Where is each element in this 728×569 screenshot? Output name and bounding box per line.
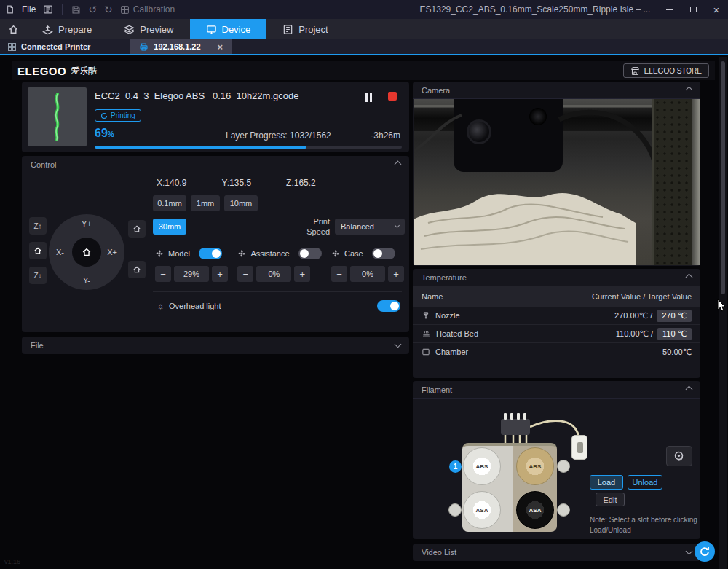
chamber-label: Chamber [435,348,468,356]
file-panel-header[interactable]: File [22,337,409,354]
home-icon [132,265,141,274]
tab-device[interactable]: Device [190,19,267,39]
step-0.1mm-button[interactable]: 0.1mm [153,195,186,211]
edit-button[interactable]: Edit [596,493,625,506]
tab-prepare[interactable]: Prepare [26,19,108,39]
maximize-button[interactable] [681,0,705,19]
time-remaining: -3h26m [371,130,400,141]
nozzle-target-input[interactable]: 270 ℃ [657,310,692,322]
filament-slot-2[interactable]: ABS [516,447,554,485]
filament-slot-4[interactable]: ASA [516,491,554,529]
model-fan-minus-button[interactable]: − [155,266,171,282]
app-version: v1.16 [4,558,20,565]
device-icon [206,24,217,35]
z-position: Z:165.2 [286,178,316,188]
print-speed-label: Print Speed [295,217,330,238]
step-1mm-button[interactable]: 1mm [191,195,220,211]
load-button[interactable]: Load [590,475,623,490]
bed-target-input[interactable]: 110 ℃ [657,328,692,340]
case-fan-toggle[interactable] [372,248,395,259]
undo-icon[interactable]: ↺ [88,4,97,15]
titlebar: File ↺ ↻ Calibration ES1329_CC2_ABS_0.16… [0,0,728,19]
temperature-panel-header[interactable]: Temperature [413,269,700,286]
overhead-light-toggle[interactable] [377,300,400,312]
scrollbar-thumb[interactable] [721,61,725,294]
prepare-icon [42,24,53,35]
refresh-float-button[interactable] [695,541,715,562]
jog-z-up-button[interactable]: Z↑ [29,217,47,235]
model-fan-value[interactable]: 29% [174,266,209,282]
control-panel-header[interactable]: Control [22,156,409,173]
home-top-button[interactable] [128,220,146,238]
connected-printer-label: Connected Printer [0,39,98,54]
collapse-icon [395,161,402,168]
assistance-fan-minus-button[interactable]: − [237,266,253,282]
aux-home-column [128,220,146,278]
home-nav-button[interactable] [0,19,26,39]
perforated-panel [652,99,692,265]
video-list-header[interactable]: Video List [413,544,700,561]
case-fan-value[interactable]: 0% [350,266,385,282]
case-fan-plus-button[interactable]: + [388,266,404,282]
assistance-fan-toggle[interactable] [298,248,322,259]
position-readout: X:140.9 Y:135.5 Z:165.2 [157,178,397,188]
printer-tab[interactable]: 192.168.1.22 × [130,39,232,54]
expand-icon [686,547,693,554]
home-bottom-button[interactable] [128,261,146,278]
print-speed-select[interactable]: Balanced [335,219,405,235]
step-30mm-button[interactable]: 30mm [153,219,186,235]
tab-project-label: Project [298,24,328,35]
close-printer-tab-icon[interactable]: × [218,42,223,52]
spool-refresh-icon [673,450,685,462]
filament-slot-1[interactable]: ABS [463,447,501,485]
tab-project[interactable]: Project [266,19,344,39]
model-fan-plus-button[interactable]: + [212,266,228,282]
save-icon[interactable] [71,5,81,15]
jog-y-plus-button[interactable]: Y+ [82,219,92,228]
camera-panel-header[interactable]: Camera [413,82,700,99]
file-menu[interactable]: File [22,4,36,15]
home-icon [132,224,141,233]
jog-y-minus-button[interactable]: Y- [83,276,90,285]
idler-wheel [448,503,462,517]
case-fan-minus-button[interactable]: − [331,266,347,282]
layer-progress: Layer Progress: 1032/1562 [226,130,331,141]
nozzle-current-value: 270.00℃ / [614,311,652,321]
store-icon [630,66,640,76]
unload-button[interactable]: Unload [628,475,662,490]
filament-panel: Filament ABS ABS ASA ASA 1 [413,381,700,539]
model-fan-toggle[interactable] [199,248,222,259]
jog-x-minus-button[interactable]: X- [56,248,64,256]
panel-list-icon[interactable] [43,4,53,15]
home-icon [82,247,92,257]
filament-refresh-button[interactable] [666,446,692,466]
jog-x-plus-button[interactable]: X+ [107,248,117,256]
value-column-label: Current Value / Target Value [592,292,692,301]
assistance-fan-value[interactable]: 0% [256,266,291,282]
elegoo-store-button[interactable]: ELEGOO STORE [623,63,709,78]
case-fan-label: Case [344,249,363,258]
printing-status-badge: Printing [95,109,141,122]
assistance-fan-label: Assistance [250,249,289,258]
stop-button[interactable] [388,92,397,101]
assistance-fan-plus-button[interactable]: + [294,266,310,282]
idler-wheel [557,460,570,473]
assistance-fan-group: Assistance − 0% + [237,248,321,282]
redo-icon[interactable]: ↻ [104,4,113,15]
minimize-button[interactable] [658,0,681,19]
step-10mm-button[interactable]: 10mm [224,195,258,211]
brand-logo: ELEGOO [17,65,66,77]
pause-button[interactable] [364,92,373,103]
jog-z-down-button[interactable]: Z↓ [29,267,47,284]
nozzle-row: Nozzle 270.00℃ / 270 ℃ [413,306,700,324]
main-nav: Prepare Preview Device Project [0,19,728,39]
home-all-button[interactable] [29,242,47,259]
calibration-menu[interactable]: Calibration [120,4,175,15]
tab-preview[interactable]: Preview [108,19,189,39]
filament-slot-3[interactable]: ASA [463,491,501,529]
home-xy-button[interactable] [72,238,101,267]
heated-bed-label: Heated Bed [436,329,478,338]
filament-panel-header[interactable]: Filament [413,381,700,399]
close-button[interactable]: × [705,0,728,19]
fan-icon [237,249,246,258]
